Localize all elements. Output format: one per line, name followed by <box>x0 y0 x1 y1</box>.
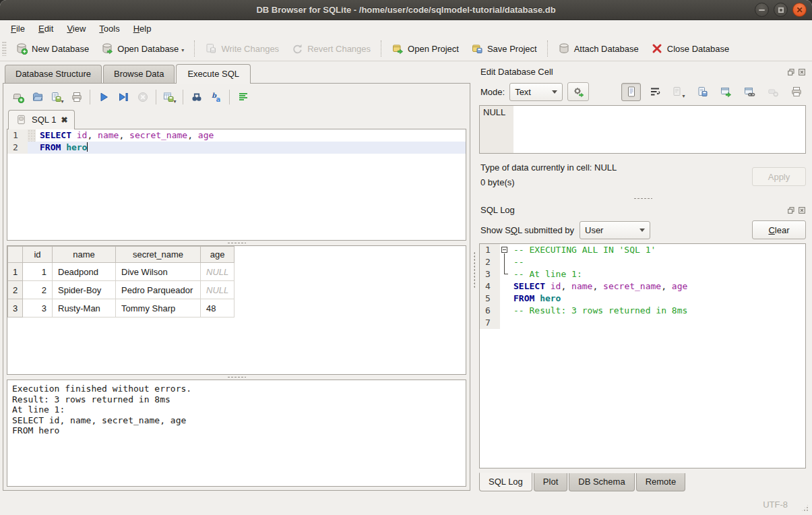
row-header[interactable]: 3 <box>8 299 23 317</box>
float-dock-icon[interactable] <box>787 206 795 214</box>
word-wrap-button[interactable] <box>645 83 664 101</box>
splitter-editor-results[interactable] <box>7 241 466 245</box>
clear-button[interactable]: Clear <box>752 220 806 239</box>
save-project-button[interactable]: Save Project <box>465 39 543 58</box>
menu-tools[interactable]: Tools <box>92 22 126 36</box>
close-database-button[interactable]: Close Database <box>645 39 736 58</box>
cell-age[interactable]: NULL <box>201 263 235 281</box>
toolbar-separator <box>547 40 548 57</box>
dock-tab-sql-log[interactable]: SQL Log <box>479 473 532 491</box>
column-header-name[interactable]: name <box>53 247 116 263</box>
save-sql-file-button[interactable]: ▾ <box>47 88 67 107</box>
cell-secret_name[interactable]: Tommy Sharp <box>116 299 201 317</box>
import-data-button: ▾ <box>668 83 688 101</box>
log-filter-select[interactable]: User <box>580 221 650 239</box>
cell-id[interactable]: 3 <box>23 299 53 317</box>
open-sql-file-button[interactable] <box>28 88 47 107</box>
cell-name[interactable]: Deadpond <box>53 263 116 281</box>
new-sql-tab-button[interactable] <box>8 88 28 107</box>
line-number: 5 <box>480 293 500 305</box>
fold-marker[interactable] <box>500 244 509 256</box>
cell-age[interactable]: NULL <box>201 281 235 299</box>
code-line: 2-- <box>480 256 805 268</box>
float-dock-icon[interactable] <box>787 68 795 76</box>
cell-secret_name[interactable]: Dive Wilson <box>116 263 201 281</box>
cell-id[interactable]: 1 <box>23 263 53 281</box>
menu-edit[interactable]: Edit <box>32 22 60 36</box>
dock-splitter[interactable] <box>473 61 476 494</box>
format-sql-button[interactable] <box>233 88 253 107</box>
wrap-lines-icon <box>649 86 661 98</box>
close-dock-icon[interactable] <box>798 206 806 214</box>
cell-name[interactable]: Spider-Boy <box>53 281 116 299</box>
close-dock-icon[interactable] <box>798 68 806 76</box>
dock-tab-plot[interactable]: Plot <box>534 473 567 491</box>
mode-select[interactable]: Text <box>509 83 563 101</box>
text-mode-button[interactable] <box>621 83 641 101</box>
sql-editor[interactable]: 1SELECT id, name, secret_name, age2FROM … <box>7 129 466 241</box>
apply-button[interactable]: Apply <box>752 167 806 186</box>
open-database-button[interactable]: Open Database▾ <box>95 39 190 58</box>
close-tab-icon[interactable]: ✖ <box>61 115 67 125</box>
new-database-button[interactable]: New Database <box>9 39 95 58</box>
win-arrow-icon <box>720 86 732 98</box>
app-window: DB Browser for SQLite - /home/user/code/… <box>0 0 812 515</box>
close-button[interactable]: ✕ <box>792 3 807 17</box>
binoculars-icon <box>191 91 203 103</box>
open-project-button[interactable]: Open Project <box>385 39 465 58</box>
fold-marker[interactable] <box>500 268 509 280</box>
cell-id[interactable]: 2 <box>23 281 53 299</box>
results-pane[interactable]: idnamesecret_nameage11DeadpondDive Wilso… <box>7 245 466 375</box>
open-external-button[interactable] <box>716 83 735 101</box>
tab-execute-sql[interactable]: Execute SQL <box>176 64 251 84</box>
find-replace-button[interactable] <box>187 88 206 107</box>
attach-database-button[interactable]: Attach Database <box>552 39 645 58</box>
minimize-button[interactable] <box>755 3 769 17</box>
export-data-button[interactable] <box>692 83 712 101</box>
row-header[interactable]: 1 <box>8 263 23 281</box>
tab-browse-data[interactable]: Browse Data <box>103 65 175 83</box>
row-header[interactable]: 2 <box>8 281 23 299</box>
open-database-button-label: Open Database <box>117 44 179 54</box>
menu-view[interactable]: View <box>60 22 92 36</box>
auto-mode-button[interactable] <box>567 82 589 101</box>
close-icon: ✕ <box>796 5 803 15</box>
output-pane[interactable]: Execution finished without errors. Resul… <box>7 380 466 487</box>
titlebar[interactable]: DB Browser for SQLite - /home/user/code/… <box>0 0 812 20</box>
save-results-button[interactable]: ▾ <box>160 88 179 107</box>
dock-tab-remote[interactable]: Remote <box>636 473 686 491</box>
toolbar-separator <box>156 90 156 104</box>
maximize-button[interactable] <box>774 3 788 17</box>
line-number: 2 <box>480 256 500 268</box>
cell-editor[interactable]: NULL <box>479 105 806 154</box>
sql-tab[interactable]: SQL 1 ✖ <box>8 110 75 129</box>
cell-name[interactable]: Rusty-Man <box>53 299 116 317</box>
tab-database-structure[interactable]: Database Structure <box>5 65 102 83</box>
fold-collapse-icon[interactable] <box>501 247 507 253</box>
null-badge-icon <box>767 86 779 98</box>
cell-secret_name[interactable]: Pedro Parqueador <box>116 281 201 299</box>
menu-file[interactable]: File <box>4 22 32 36</box>
execute-line-button[interactable] <box>113 88 133 107</box>
splitter-docks[interactable] <box>478 194 807 202</box>
print-button[interactable] <box>67 88 86 107</box>
column-header-id[interactable]: id <box>23 247 53 263</box>
execute-all-button[interactable] <box>94 88 113 107</box>
chevron-down-icon: ▾ <box>173 98 176 104</box>
dock-tab-db-schema[interactable]: DB Schema <box>569 473 634 491</box>
autocomplete-button[interactable]: ba <box>206 88 226 107</box>
copy-link-button[interactable] <box>739 83 759 101</box>
fold-marker[interactable] <box>500 256 509 268</box>
splitter-results-output[interactable] <box>7 375 466 380</box>
menu-help[interactable]: Help <box>127 22 158 36</box>
fold-marker <box>500 280 509 293</box>
column-header-age[interactable]: age <box>201 247 235 263</box>
resize-grip-icon[interactable] <box>801 504 809 512</box>
cell-age[interactable]: 48 <box>201 299 235 317</box>
print-cell-button[interactable] <box>786 83 806 101</box>
chevron-down-icon <box>639 229 645 232</box>
corner-header[interactable] <box>8 247 23 263</box>
column-header-secret_name[interactable]: secret_name <box>116 247 201 263</box>
sql-log-view[interactable]: 1-- EXECUTING ALL IN 'SQL 1'2--3-- At li… <box>479 243 806 468</box>
toolbar-handle[interactable] <box>2 41 7 56</box>
